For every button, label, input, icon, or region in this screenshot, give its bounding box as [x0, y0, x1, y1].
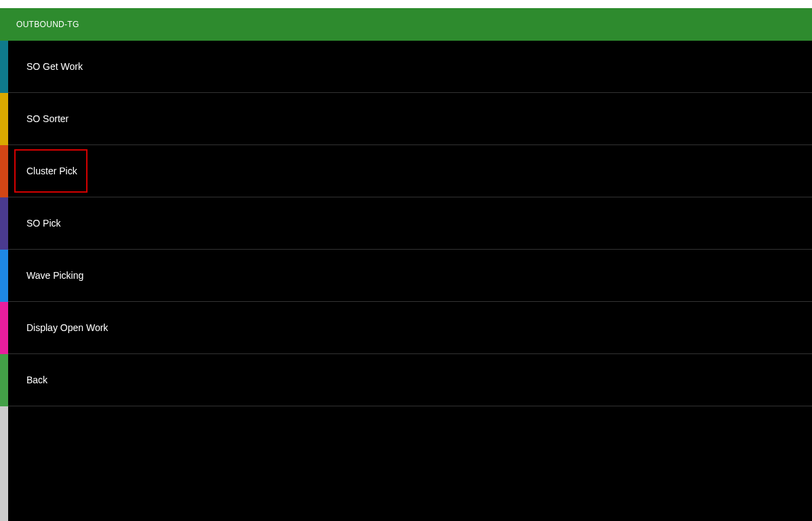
menu-item-label: Wave Picking [26, 270, 83, 281]
top-whitespace [0, 0, 812, 8]
menu-item-label: Cluster Pick [26, 166, 77, 176]
menu-list: SO Get Work SO Sorter Cluster Pick SO Pi… [8, 41, 812, 521]
menu-item-so-get-work[interactable]: SO Get Work [8, 41, 812, 93]
sidebar-color-gray [0, 406, 8, 521]
menu-item-label: Back [26, 374, 47, 385]
menu-item-so-sorter[interactable]: SO Sorter [8, 93, 812, 145]
menu-item-wave-picking[interactable]: Wave Picking [8, 250, 812, 302]
sidebar-color-teal [0, 41, 8, 93]
menu-item-so-pick[interactable]: SO Pick [8, 197, 812, 250]
main-panel: OUTBOUND-TG SO Get Work SO Sorter Cluste… [8, 8, 812, 521]
sidebar-color-pink [0, 302, 8, 354]
color-sidebar [0, 8, 8, 521]
sidebar-color-red [0, 145, 8, 197]
menu-item-label: SO Sorter [26, 113, 69, 124]
sidebar-color-blue [0, 250, 8, 302]
sidebar-color-yellow [0, 93, 8, 145]
menu-item-cluster-pick[interactable]: Cluster Pick [8, 145, 812, 197]
menu-item-back[interactable]: Back [8, 354, 812, 406]
menu-item-label: SO Get Work [26, 61, 83, 72]
sidebar-color-purple [0, 197, 8, 250]
menu-item-label: Display Open Work [26, 322, 108, 333]
header-title: OUTBOUND-TG [16, 20, 79, 29]
header-bar: OUTBOUND-TG [8, 8, 812, 41]
sidebar-color-green [0, 8, 8, 41]
sidebar-color-green2 [0, 354, 8, 406]
menu-item-display-open-work[interactable]: Display Open Work [8, 302, 812, 354]
menu-item-label: SO Pick [26, 218, 61, 229]
